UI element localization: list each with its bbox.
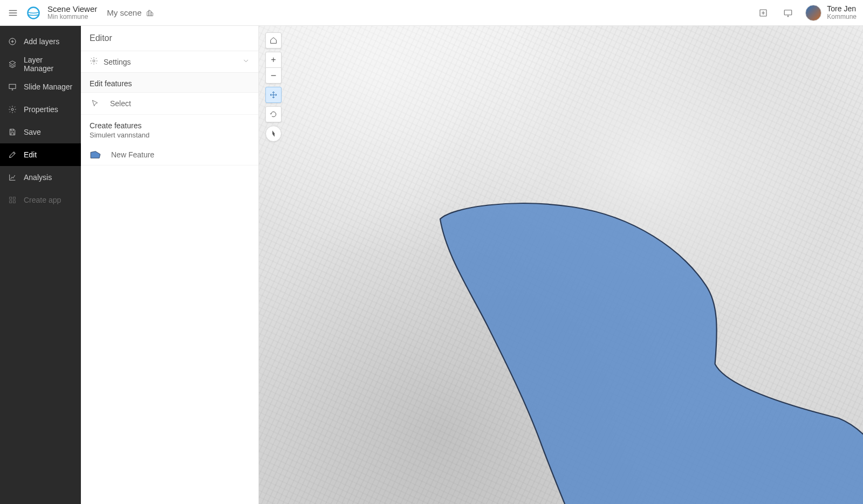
scene-name-label: My scene bbox=[107, 8, 141, 17]
editor-select-label: Select bbox=[110, 99, 131, 108]
sidebar-item-analysis[interactable]: Analysis bbox=[0, 166, 81, 189]
sidebar-item-label: Slide Manager bbox=[24, 82, 72, 91]
home-icon bbox=[269, 36, 278, 45]
map-pan-button[interactable] bbox=[265, 87, 282, 103]
svg-point-10 bbox=[93, 60, 95, 62]
presentation-icon bbox=[783, 8, 793, 18]
gear-icon bbox=[8, 105, 17, 114]
sidebar-item-label: Save bbox=[24, 128, 41, 136]
sidebar-item-edit[interactable]: Edit bbox=[0, 143, 81, 166]
buildings-icon bbox=[146, 9, 154, 17]
minus-icon: − bbox=[271, 71, 277, 80]
map-controls: + − bbox=[265, 32, 282, 142]
editor-settings-label: Settings bbox=[104, 58, 131, 66]
create-features-heading: Create features bbox=[81, 115, 258, 131]
svg-rect-9 bbox=[13, 201, 15, 203]
plus-icon: + bbox=[271, 56, 276, 64]
pan-icon bbox=[269, 91, 278, 99]
present-button[interactable] bbox=[780, 5, 796, 20]
gear-icon bbox=[90, 57, 98, 67]
user-org: Kommune bbox=[827, 13, 857, 20]
compass-icon bbox=[269, 129, 278, 138]
hamburger-icon bbox=[8, 8, 18, 18]
chart-icon bbox=[8, 172, 17, 182]
chevron-down-icon bbox=[242, 57, 250, 66]
sidebar-item-label: Add layers bbox=[24, 37, 59, 46]
polygon-icon bbox=[90, 150, 101, 160]
plus-circle-icon bbox=[8, 37, 17, 46]
new-feature-template[interactable]: New Feature bbox=[81, 144, 258, 165]
save-icon bbox=[8, 127, 17, 137]
rotate-icon bbox=[269, 110, 278, 119]
sidebar-item-save[interactable]: Save bbox=[0, 121, 81, 143]
app-logo-icon bbox=[26, 5, 41, 20]
sidebar-item-layer-manager[interactable]: Layer Manager bbox=[0, 53, 81, 75]
svg-rect-7 bbox=[13, 197, 15, 199]
menu-toggle-button[interactable] bbox=[4, 4, 22, 22]
sidebar-item-slide-manager[interactable]: Slide Manager bbox=[0, 75, 81, 98]
editor-panel: Editor Settings Edit features Select Cre… bbox=[81, 26, 259, 504]
map-home-button[interactable] bbox=[265, 32, 282, 49]
terrain-background bbox=[259, 26, 863, 504]
svg-rect-8 bbox=[10, 201, 12, 203]
add-button[interactable] bbox=[756, 5, 771, 20]
editor-title: Editor bbox=[81, 26, 258, 51]
presentation-icon bbox=[8, 82, 17, 92]
layers-icon bbox=[8, 59, 17, 69]
user-name: Tore Jen bbox=[827, 5, 857, 13]
plus-square-icon bbox=[758, 8, 768, 18]
app-org: Min kommune bbox=[47, 13, 97, 21]
header-actions: Tore Jen Kommune bbox=[756, 5, 857, 21]
sidebar-item-label: Create app bbox=[24, 196, 61, 204]
map-zoom-in-button[interactable]: + bbox=[265, 52, 282, 68]
edit-features-heading: Edit features bbox=[81, 73, 258, 93]
sidebar-item-add-layers[interactable]: Add layers bbox=[0, 30, 81, 53]
pencil-icon bbox=[8, 150, 17, 160]
editor-select-tool[interactable]: Select bbox=[81, 93, 258, 115]
svg-rect-6 bbox=[10, 197, 12, 199]
create-features-layer-name: Simulert vannstand bbox=[81, 131, 258, 144]
sidebar-item-label: Properties bbox=[24, 105, 58, 114]
svg-rect-2 bbox=[785, 10, 792, 15]
map-compass-button[interactable] bbox=[265, 126, 282, 142]
new-feature-label: New Feature bbox=[111, 150, 154, 159]
grid-icon bbox=[8, 195, 17, 205]
svg-rect-4 bbox=[9, 84, 16, 88]
sidebar-item-label: Edit bbox=[24, 150, 37, 159]
app-title: Scene Viewer bbox=[47, 4, 97, 13]
app-header: Scene Viewer Min kommune My scene Tore J… bbox=[0, 0, 863, 26]
app-title-block: Scene Viewer Min kommune bbox=[47, 4, 97, 21]
scene-viewport[interactable]: + − bbox=[259, 26, 863, 504]
svg-point-5 bbox=[11, 108, 13, 111]
sidebar-item-label: Analysis bbox=[24, 173, 52, 182]
sidebar-item-properties[interactable]: Properties bbox=[0, 98, 81, 121]
sidebar-item-label: Layer Manager bbox=[24, 56, 73, 73]
cursor-icon bbox=[90, 98, 100, 109]
avatar bbox=[805, 5, 821, 21]
scene-name-button[interactable]: My scene bbox=[107, 8, 154, 17]
sidebar-item-create-app: Create app bbox=[0, 189, 81, 211]
map-zoom-out-button[interactable]: − bbox=[265, 67, 282, 84]
map-rotate-button[interactable] bbox=[265, 106, 282, 122]
editor-settings-toggle[interactable]: Settings bbox=[81, 51, 258, 73]
user-menu[interactable]: Tore Jen Kommune bbox=[805, 5, 857, 21]
main-sidebar: Add layers Layer Manager Slide Manager P… bbox=[0, 26, 81, 504]
